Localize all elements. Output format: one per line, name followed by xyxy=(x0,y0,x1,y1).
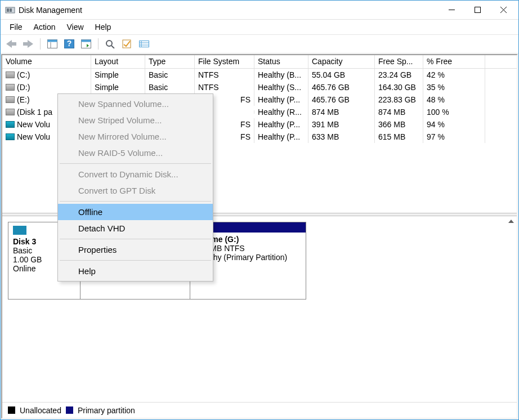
legend-swatch-primary xyxy=(66,406,73,414)
toolbar-separator xyxy=(98,38,99,50)
forward-button[interactable] xyxy=(21,37,35,51)
cell-capacity: 465.76 GB xyxy=(308,93,375,106)
svg-rect-2 xyxy=(10,8,12,12)
window-title: Disk Management xyxy=(19,6,439,15)
column-header-free[interactable]: Free Sp... xyxy=(375,55,423,68)
cell-percent: 97 % xyxy=(423,131,485,143)
cell-percent: 35 % xyxy=(423,81,485,93)
cell-free: 223.83 GB xyxy=(375,93,423,106)
cell-fs: NTFS xyxy=(195,81,254,93)
svg-rect-15 xyxy=(82,40,91,42)
cell-percent: 48 % xyxy=(423,93,485,106)
volume-icon xyxy=(6,84,15,91)
volume-name: (C:) xyxy=(17,70,30,79)
volume-icon xyxy=(6,133,15,140)
svg-rect-10 xyxy=(48,40,57,42)
disk-icon xyxy=(13,226,26,235)
cell-fs: NTFS xyxy=(195,69,254,81)
volume-name: New Volu xyxy=(17,132,50,141)
column-header-filesystem[interactable]: File System xyxy=(195,55,254,68)
svg-line-18 xyxy=(111,46,114,48)
toolbar: ? xyxy=(1,34,518,53)
toolbar-refresh-icon[interactable] xyxy=(79,37,93,51)
legend-label-primary: Primary partition xyxy=(78,406,135,415)
svg-rect-1 xyxy=(7,8,9,12)
cell-capacity: 391 MB xyxy=(308,118,375,131)
maximize-button[interactable] xyxy=(464,1,490,19)
menu-file[interactable]: File xyxy=(4,21,28,33)
cell-capacity: 874 MB xyxy=(308,106,375,118)
svg-rect-20 xyxy=(140,41,149,47)
volume-icon xyxy=(6,109,15,115)
disk-context-menu[interactable]: New Spanned Volume...New Striped Volume.… xyxy=(57,93,213,282)
toolbar-action-icon[interactable] xyxy=(120,37,135,51)
volume-icon xyxy=(6,96,15,103)
toolbar-settings-icon[interactable] xyxy=(137,37,151,51)
legend-swatch-unallocated xyxy=(8,406,15,414)
volume-name: (Disk 1 pa xyxy=(17,108,52,117)
menubar: File Action View Help xyxy=(1,20,518,34)
context-menu-item: New Spanned Volume... xyxy=(58,96,213,112)
cell-percent: 94 % xyxy=(423,118,485,131)
cell-layout: Simple xyxy=(91,69,145,81)
minimize-button[interactable] xyxy=(439,1,464,19)
cell-free: 164.30 GB xyxy=(375,81,423,93)
column-header-percent[interactable]: % Free xyxy=(423,55,485,68)
volume-row[interactable]: (C:)SimpleBasicNTFSHealthy (B...55.04 GB… xyxy=(2,69,517,81)
volume-icon xyxy=(6,121,15,128)
volume-row[interactable]: (D:)SimpleBasicNTFSHealthy (S...465.76 G… xyxy=(2,81,517,93)
app-icon xyxy=(5,5,15,15)
svg-text:?: ? xyxy=(67,39,72,48)
context-menu-item[interactable]: Properties xyxy=(58,242,213,258)
cell-percent: 100 % xyxy=(423,106,485,118)
column-header-layout[interactable]: Layout xyxy=(91,55,145,68)
volume-name: (D:) xyxy=(17,83,30,92)
svg-marker-16 xyxy=(87,44,89,47)
toolbar-rescan-disks-icon[interactable] xyxy=(103,37,118,51)
cell-percent: 42 % xyxy=(423,69,485,81)
disk-management-window: Disk Management File Action View Help ? … xyxy=(0,0,519,420)
context-menu-item: New Mirrored Volume... xyxy=(58,128,213,145)
cell-capacity: 465.76 GB xyxy=(308,81,375,93)
cell-status: Healthy (S... xyxy=(254,81,308,93)
close-button[interactable] xyxy=(490,1,516,19)
column-header-capacity[interactable]: Capacity xyxy=(308,55,375,68)
column-header-volume[interactable]: Volume xyxy=(2,55,91,68)
svg-marker-8 xyxy=(23,40,33,48)
volume-list-header: Volume Layout Type File System Status Ca… xyxy=(2,55,517,69)
volume-icon xyxy=(6,72,15,78)
column-header-status[interactable]: Status xyxy=(254,55,308,68)
legend-label-unallocated: Unallocated xyxy=(20,406,61,415)
back-button[interactable] xyxy=(4,37,19,51)
menu-view[interactable]: View xyxy=(61,21,89,33)
scroll-up-icon[interactable] xyxy=(508,217,514,226)
cell-free: 366 MB xyxy=(375,118,423,131)
toolbar-help-icon[interactable]: ? xyxy=(62,37,77,51)
cell-free: 23.24 GB xyxy=(375,69,423,81)
context-menu-item: Convert to Dynamic Disk... xyxy=(58,166,213,182)
context-menu-separator xyxy=(60,260,211,261)
context-menu-item[interactable]: Detach VHD xyxy=(58,220,213,236)
cell-status: Healthy (P... xyxy=(254,118,308,131)
titlebar: Disk Management xyxy=(1,1,518,20)
svg-marker-24 xyxy=(508,220,514,223)
context-menu-item: New Striped Volume... xyxy=(58,112,213,128)
toolbar-show-hide-console-tree[interactable] xyxy=(45,37,60,51)
cell-free: 874 MB xyxy=(375,106,423,118)
volume-name: New Volu xyxy=(17,120,50,129)
context-menu-item[interactable]: Offline xyxy=(58,204,213,220)
cell-status: Healthy (P... xyxy=(254,131,308,143)
cell-type: Basic xyxy=(145,81,195,93)
menu-action[interactable]: Action xyxy=(28,21,61,33)
cell-type: Basic xyxy=(145,69,195,81)
volume-name: (E:) xyxy=(17,95,30,104)
cell-layout: Simple xyxy=(91,81,145,93)
column-header-type[interactable]: Type xyxy=(145,55,195,68)
cell-capacity: 633 MB xyxy=(308,131,375,143)
toolbar-separator xyxy=(40,38,41,50)
menu-help[interactable]: Help xyxy=(90,21,117,33)
context-menu-item: Convert to GPT Disk xyxy=(58,182,213,199)
svg-point-17 xyxy=(106,41,112,46)
context-menu-separator xyxy=(60,163,211,164)
context-menu-item[interactable]: Help xyxy=(58,263,213,279)
